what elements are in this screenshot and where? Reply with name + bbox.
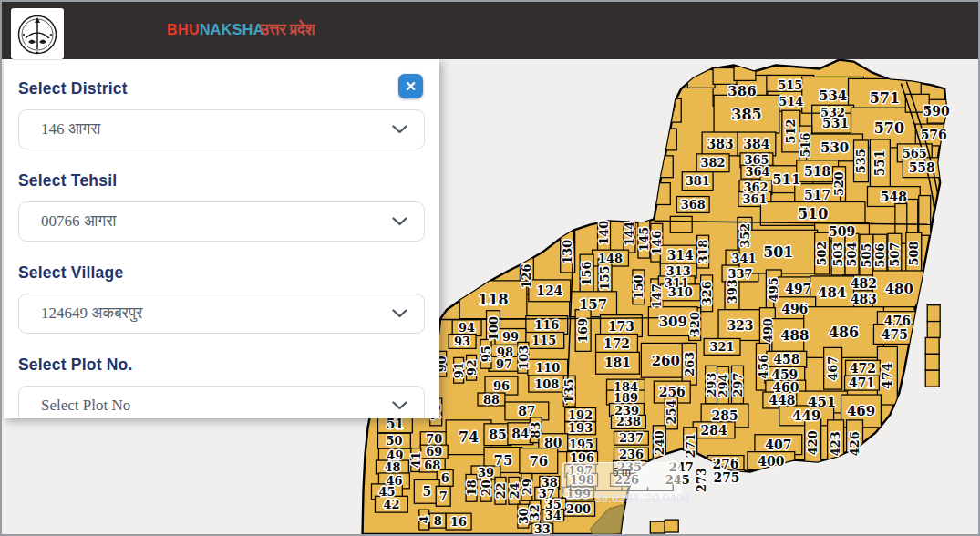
map-parcel[interactable] bbox=[665, 520, 678, 532]
parcel-number: 318 bbox=[696, 240, 710, 264]
parcel-number: 321 bbox=[710, 340, 735, 354]
parcel-number: 507 bbox=[888, 242, 902, 267]
parcel-number: 426 bbox=[848, 431, 861, 456]
parcel-number: 486 bbox=[829, 324, 859, 341]
parcel-number: 502 bbox=[815, 242, 829, 266]
parcel-number: 110 bbox=[535, 361, 560, 375]
parcel-number: 181 bbox=[604, 356, 631, 370]
parcel-number: 42 bbox=[383, 498, 399, 511]
parcel-number: 384 bbox=[743, 137, 769, 151]
bhunaksha-app-window: 3865155145345715903855325315705763833845… bbox=[0, 0, 980, 536]
parcel-number: 509 bbox=[829, 224, 855, 239]
parcel-number: 97 bbox=[496, 357, 512, 371]
parcel-number: 516 bbox=[799, 132, 812, 157]
map-parcel[interactable] bbox=[670, 216, 692, 232]
parcel-number: 130 bbox=[561, 240, 574, 264]
parcel-number: 146 bbox=[650, 231, 664, 255]
parcel-number: 320 bbox=[688, 312, 702, 336]
parcel-number: 148 bbox=[598, 252, 623, 265]
parcel-number: 34 bbox=[545, 509, 562, 522]
district-select[interactable]: 146 आगरा bbox=[18, 109, 425, 149]
parcel-number: 33 bbox=[534, 522, 551, 534]
parcel-number: 475 bbox=[882, 327, 908, 342]
parcel-number: 195 bbox=[569, 438, 593, 451]
parcel-number: 352 bbox=[738, 223, 752, 248]
parcel-number: 83 bbox=[529, 422, 542, 438]
parcel-number: 22 bbox=[494, 482, 508, 499]
panel-close-button[interactable]: ✕ bbox=[398, 74, 423, 98]
parcel-number: 467 bbox=[826, 356, 840, 381]
district-label: Select District bbox=[18, 79, 439, 98]
map-parcel[interactable] bbox=[713, 68, 737, 85]
chevron-down-icon bbox=[392, 309, 407, 318]
parcel-number: 103 bbox=[517, 345, 531, 370]
parcel-number: 256 bbox=[659, 385, 686, 399]
parcel-number: 51 bbox=[387, 417, 404, 431]
parcel-number: 576 bbox=[921, 128, 947, 142]
parcel-number: 24 bbox=[508, 482, 521, 499]
parcel-number: 511 bbox=[772, 171, 800, 188]
map-parcel[interactable] bbox=[925, 370, 939, 387]
parcel-number: 501 bbox=[763, 243, 793, 261]
parcel-number: 50 bbox=[386, 434, 402, 448]
map-parcel[interactable] bbox=[919, 196, 931, 236]
parcel-number: 590 bbox=[923, 104, 950, 119]
parcel-number: 156 bbox=[580, 261, 593, 285]
village-select[interactable]: 124649 अकबरपुर bbox=[18, 294, 425, 334]
map-parcel[interactable] bbox=[927, 305, 940, 322]
parcel-number: 386 bbox=[727, 83, 756, 99]
parcel-number: 140 bbox=[597, 221, 611, 245]
parcel-number: 4 bbox=[418, 516, 431, 524]
app-title-naksha: NAKSHA bbox=[200, 22, 264, 37]
parcel-number: 458 bbox=[773, 352, 799, 366]
up-emblem-icon bbox=[15, 11, 60, 57]
parcel-number: 323 bbox=[727, 318, 753, 333]
parcel-number: 364 bbox=[745, 165, 769, 179]
parcel-number: 368 bbox=[681, 198, 706, 211]
parcel-number: 496 bbox=[781, 302, 808, 316]
parcel-number: 99 bbox=[502, 330, 519, 344]
parcel-number: 147 bbox=[650, 283, 664, 308]
district-select-value: 146 आगरा bbox=[41, 120, 100, 139]
plot-no-select[interactable]: Select Plot No bbox=[18, 386, 425, 418]
parcel-number: 84 bbox=[511, 427, 530, 441]
parcel-number: 310 bbox=[668, 285, 693, 299]
parcel-number: 96 bbox=[493, 379, 510, 393]
parcel-number: 456 bbox=[757, 355, 770, 379]
tehsil-select-value: 00766 आगरा bbox=[41, 212, 116, 231]
parcel-number: 189 bbox=[614, 391, 638, 405]
parcel-number: 237 bbox=[619, 431, 644, 445]
map-parcel[interactable] bbox=[650, 521, 665, 533]
map-parcel[interactable] bbox=[927, 322, 940, 338]
parcel-number: 565 bbox=[903, 147, 927, 160]
parcel-number: 503 bbox=[831, 242, 845, 267]
parcel-number: 126 bbox=[520, 263, 533, 288]
plot-no-label: Select Plot No. bbox=[18, 356, 439, 375]
parcel-number: 76 bbox=[529, 453, 548, 469]
parcel-number: 341 bbox=[731, 252, 756, 265]
tehsil-select[interactable]: 00766 आगरा bbox=[18, 201, 425, 242]
parcel-number: 155 bbox=[598, 265, 612, 290]
parcel-number: 16 bbox=[450, 515, 467, 529]
parcel-number: 74 bbox=[459, 428, 479, 446]
parcel-number: 385 bbox=[731, 106, 761, 123]
parcel-number: 271 bbox=[684, 433, 697, 458]
map-parcel[interactable] bbox=[925, 354, 939, 370]
parcel-number: 326 bbox=[700, 281, 714, 305]
parcel-number: 383 bbox=[707, 137, 734, 151]
parcel-number: 144 bbox=[623, 222, 636, 246]
parcel-number: 93 bbox=[454, 335, 470, 348]
parcel-number: 570 bbox=[874, 119, 904, 137]
parcel-number: 294 bbox=[717, 374, 730, 398]
parcel-number: 115 bbox=[531, 334, 556, 347]
parcel-number: 100 bbox=[487, 316, 500, 341]
parcel-number: 520 bbox=[832, 171, 846, 196]
parcel-number: 172 bbox=[603, 336, 630, 351]
parcel-number: 150 bbox=[632, 274, 645, 299]
parcel-number: 571 bbox=[870, 89, 900, 107]
parcel-number: 505 bbox=[860, 243, 873, 268]
parcel-number: 469 bbox=[847, 403, 875, 419]
parcel-number: 400 bbox=[758, 454, 784, 469]
parcel-number: 20 bbox=[480, 479, 493, 496]
map-parcel[interactable] bbox=[925, 337, 939, 354]
